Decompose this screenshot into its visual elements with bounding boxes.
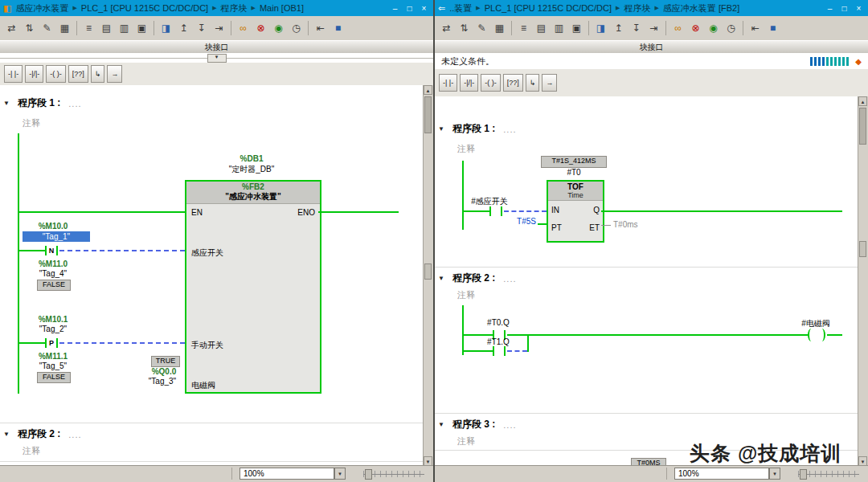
instance-db-name[interactable]: "定时器_DB" bbox=[185, 164, 318, 175]
instance-db-address[interactable]: %DB1 bbox=[185, 154, 318, 163]
expand-editor-icon[interactable]: ■ bbox=[764, 20, 781, 37]
network-comment[interactable]: 注释 bbox=[23, 117, 40, 129]
show-comments-icon[interactable]: ◨ bbox=[592, 20, 609, 37]
network-comment[interactable]: 注释 bbox=[457, 435, 475, 447]
expand-networks-icon[interactable]: ≡ bbox=[80, 20, 97, 37]
breadcrumb-segment[interactable]: 程序块 bbox=[221, 2, 248, 14]
valve-operand-tag[interactable]: "Tag_3" bbox=[140, 377, 185, 386]
call-environment-icon[interactable]: ◷ bbox=[723, 20, 739, 37]
minimize-button[interactable]: – bbox=[389, 2, 401, 14]
open-branch-button[interactable]: ↳ bbox=[526, 74, 540, 92]
no-contact-button[interactable]: -| |- bbox=[439, 74, 457, 92]
edge-memory-tag[interactable]: "Tag_4" bbox=[19, 269, 87, 278]
contact-operand-address[interactable]: %M10.1 bbox=[19, 315, 87, 324]
network-collapse-icon[interactable]: ▼ bbox=[438, 125, 444, 133]
zoom-dropdown-icon[interactable]: ▼ bbox=[769, 468, 780, 480]
expand-editor-icon[interactable]: ■ bbox=[330, 20, 346, 37]
collapse-networks-icon[interactable]: ▤ bbox=[533, 20, 550, 37]
breadcrumb-segment[interactable]: 程序块 bbox=[624, 2, 650, 14]
nc-contact-button[interactable]: -|/|- bbox=[25, 65, 43, 83]
valve-operand-address[interactable]: %Q0.0 bbox=[145, 367, 183, 376]
update-interface-icon[interactable]: ⇅ bbox=[21, 20, 38, 37]
open-all-networks-icon[interactable]: ▥ bbox=[551, 20, 567, 37]
contact-operand-tag[interactable]: "Tag_2" bbox=[19, 325, 87, 333]
compile-icon[interactable]: ▦ bbox=[491, 20, 508, 37]
edge-memory-address[interactable]: %M11.0 bbox=[19, 259, 87, 268]
zoom-level-select[interactable]: 100% bbox=[674, 468, 769, 480]
pane-split-handle[interactable] bbox=[424, 263, 432, 280]
clear-status-icon[interactable]: ⊗ bbox=[252, 20, 269, 37]
contact-operand-tag[interactable]: #T1.Q bbox=[472, 337, 525, 346]
jump-to-icon[interactable]: ⇥ bbox=[645, 20, 662, 37]
coil-button[interactable]: -( )- bbox=[46, 65, 66, 83]
coil-symbol[interactable] bbox=[808, 329, 815, 341]
interface-collapse-button[interactable]: ▼ bbox=[207, 54, 227, 63]
sync-calls-icon[interactable]: ⇄ bbox=[3, 20, 20, 37]
window-divider[interactable] bbox=[433, 0, 435, 482]
monitoring-icon[interactable]: ∞ bbox=[235, 20, 252, 37]
contact-operand-address[interactable]: %M10.0 bbox=[19, 222, 87, 231]
open-branch-button[interactable]: ↳ bbox=[91, 65, 105, 83]
sync-calls-icon[interactable]: ⇄ bbox=[438, 20, 455, 37]
scrollbar-thumb[interactable] bbox=[859, 108, 866, 145]
empty-box-button[interactable]: [??] bbox=[68, 65, 88, 83]
restore-button[interactable]: □ bbox=[838, 2, 850, 14]
network-collapse-icon[interactable]: ▼ bbox=[438, 421, 444, 428]
nc-contact-button[interactable]: -|/|- bbox=[460, 74, 478, 92]
network-collapse-icon[interactable]: ▼ bbox=[3, 431, 10, 438]
restore-button[interactable]: □ bbox=[403, 2, 416, 14]
update-interface-icon[interactable]: ⇅ bbox=[456, 20, 473, 37]
close-all-networks-icon[interactable]: ▣ bbox=[133, 20, 150, 37]
collapse-networks-icon[interactable]: ▤ bbox=[98, 20, 115, 37]
breadcrumb-segment[interactable]: PLC_1 [CPU 1215C DC/DC/DC] bbox=[485, 3, 612, 13]
close-branch-button[interactable]: → bbox=[107, 65, 122, 83]
edge-contact-letter[interactable]: P bbox=[47, 339, 56, 347]
contact-operand-tag[interactable]: #感应开关 bbox=[457, 196, 522, 207]
jump-back-icon[interactable]: ⇤ bbox=[312, 20, 329, 37]
clear-status-icon[interactable]: ⊗ bbox=[687, 20, 704, 37]
network-comment[interactable]: 注释 bbox=[457, 143, 475, 155]
network-comment[interactable]: 注释 bbox=[23, 445, 40, 457]
coil-symbol[interactable] bbox=[818, 329, 825, 341]
call-environment-icon[interactable]: ◷ bbox=[288, 20, 305, 37]
zoom-slider[interactable] bbox=[798, 468, 859, 479]
edit-icon[interactable]: ✎ bbox=[473, 20, 490, 37]
zoom-slider-thumb[interactable] bbox=[365, 469, 372, 480]
go-to-error-icon[interactable]: ◉ bbox=[270, 20, 287, 37]
breadcrumb-segment[interactable]: 感应冲水装置 bbox=[15, 2, 68, 14]
edit-icon[interactable]: ✎ bbox=[39, 20, 55, 37]
pt-value[interactable]: T#5S bbox=[510, 217, 536, 226]
go-to-error-icon[interactable]: ◉ bbox=[705, 20, 722, 37]
scroll-up-button[interactable]: ▲ bbox=[858, 96, 867, 106]
delete-row-icon[interactable]: ↧ bbox=[193, 20, 210, 37]
scrollbar-thumb[interactable] bbox=[424, 96, 432, 133]
close-all-networks-icon[interactable]: ▣ bbox=[568, 20, 585, 37]
pane-split-handle[interactable] bbox=[859, 241, 866, 257]
close-branch-button[interactable]: → bbox=[542, 74, 557, 92]
network-collapse-icon[interactable]: ▼ bbox=[438, 275, 444, 282]
scroll-up-button[interactable]: ▲ bbox=[424, 85, 432, 95]
jump-to-icon[interactable]: ⇥ bbox=[211, 20, 227, 37]
zoom-dropdown-icon[interactable]: ▼ bbox=[334, 468, 346, 480]
selected-tag-chip[interactable]: "Tag_1" bbox=[23, 231, 90, 242]
contact-operand-tag[interactable]: #T0.Q bbox=[472, 318, 525, 327]
edge-memory-address[interactable]: %M11.1 bbox=[19, 352, 87, 361]
timer-instance-name[interactable]: #T0 bbox=[547, 168, 601, 177]
tof-timer-block[interactable]: TOF Time IN Q PT ET bbox=[547, 180, 604, 243]
minimize-button[interactable]: – bbox=[824, 2, 836, 14]
delete-row-icon[interactable]: ↧ bbox=[628, 20, 645, 37]
close-button[interactable]: × bbox=[418, 2, 430, 14]
zoom-slider-thumb[interactable] bbox=[800, 469, 807, 480]
fb-call-block[interactable]: %FB2 "感应冲水装置" EN ENO 感应开关 手动开关 电磁阀 bbox=[185, 180, 321, 394]
monitoring-icon[interactable]: ∞ bbox=[669, 20, 686, 37]
jump-back-icon[interactable]: ⇤ bbox=[747, 20, 764, 37]
compile-icon[interactable]: ▦ bbox=[56, 20, 73, 37]
empty-box-button[interactable]: [??] bbox=[503, 74, 523, 92]
breadcrumb-segment[interactable]: Main [OB1] bbox=[260, 3, 304, 13]
close-button[interactable]: × bbox=[853, 2, 865, 14]
insert-row-icon[interactable]: ↥ bbox=[175, 20, 192, 37]
coil-operand-tag[interactable]: #电磁阀 bbox=[785, 318, 846, 329]
insert-row-icon[interactable]: ↥ bbox=[610, 20, 627, 37]
zoom-slider[interactable] bbox=[363, 468, 424, 479]
edge-memory-tag[interactable]: "Tag_5" bbox=[19, 362, 87, 370]
